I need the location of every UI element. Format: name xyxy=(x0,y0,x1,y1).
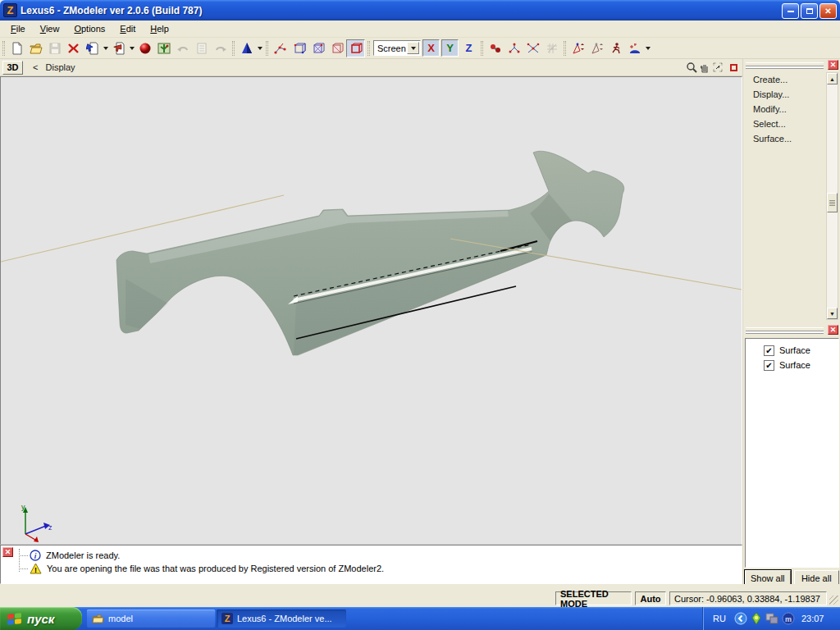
resize-grip[interactable] xyxy=(829,596,838,605)
zoom-tool-button[interactable] xyxy=(685,61,698,74)
log-close-button[interactable]: ✕ xyxy=(2,547,13,557)
auto-mode-button[interactable]: Auto xyxy=(635,591,666,605)
tray-app-icon[interactable] xyxy=(751,612,762,625)
menu-file[interactable]: File xyxy=(3,21,33,36)
app-logo-icon[interactable]: Z xyxy=(3,3,17,17)
hide-icons-chevron-icon[interactable] xyxy=(734,612,747,625)
messenger-tray-icon[interactable]: m xyxy=(782,612,795,625)
minimize-button[interactable] xyxy=(782,3,799,19)
polygons-mode-button[interactable] xyxy=(327,39,346,57)
snap-increase-button[interactable] xyxy=(568,39,587,57)
delete-button[interactable] xyxy=(64,39,83,57)
pose-mode-button[interactable] xyxy=(625,39,644,57)
command-display[interactable]: Display... xyxy=(745,87,827,102)
z-axis-toggle[interactable]: Z xyxy=(460,39,477,57)
redo-button[interactable] xyxy=(211,39,230,57)
new-file-button[interactable] xyxy=(7,39,26,57)
plugins-icon xyxy=(158,42,171,55)
scene-panel-close-button[interactable]: ✕ xyxy=(828,325,838,335)
visibility-checkbox[interactable]: ✔ xyxy=(764,360,774,371)
start-button[interactable]: пуск xyxy=(0,607,82,630)
objects-mode-button[interactable] xyxy=(346,39,365,57)
edges-mode-button[interactable] xyxy=(290,39,308,57)
menu-options[interactable]: Options xyxy=(66,21,112,36)
close-button[interactable]: ✕ xyxy=(819,3,837,19)
chevron-down-icon xyxy=(411,47,416,50)
commands-panel-header[interactable]: ✕ xyxy=(743,59,840,71)
animation-button[interactable] xyxy=(606,39,625,57)
commands-scrollbar[interactable]: ▲ ▼ xyxy=(826,72,838,320)
pose-dropdown-caret[interactable] xyxy=(644,39,651,57)
minimize-icon xyxy=(788,10,794,12)
toolbar-grip[interactable] xyxy=(232,41,235,56)
vertices-mode-button[interactable] xyxy=(271,39,290,57)
viewport-3d[interactable]: y z x xyxy=(0,76,742,545)
commands-panel-close-button[interactable]: ✕ xyxy=(828,60,838,70)
scene-node-row[interactable]: ✔ Surface xyxy=(746,343,838,358)
maximize-view-button[interactable] xyxy=(727,61,740,74)
menu-edit[interactable]: Edit xyxy=(112,21,143,36)
faces-mode-button[interactable] xyxy=(308,39,327,57)
toolbar-grip[interactable] xyxy=(481,41,483,56)
import-dropdown-caret[interactable] xyxy=(102,39,109,57)
axis-gizmo: y z x xyxy=(21,503,52,544)
taskbar-clock[interactable]: 23:07 xyxy=(801,614,824,623)
material-editor-button[interactable] xyxy=(135,39,154,57)
toolbar-grip[interactable] xyxy=(368,41,370,56)
display-settings-icon[interactable] xyxy=(765,613,778,624)
intersect-vertex-button[interactable] xyxy=(523,39,542,57)
breadcrumb[interactable]: Display xyxy=(46,62,75,72)
toolbar-grip[interactable] xyxy=(2,41,5,56)
scene-panel-header[interactable]: ✕ xyxy=(743,322,840,333)
title-bar[interactable]: Z Lexus6 - ZModeler ver 2.0.6 (Build 787… xyxy=(0,0,840,21)
scene-node-label[interactable]: Surface xyxy=(779,360,810,370)
undo-button[interactable] xyxy=(173,39,192,57)
command-select[interactable]: Select... xyxy=(745,116,827,131)
grid-snap-button[interactable] xyxy=(542,39,561,57)
history-button[interactable] xyxy=(192,39,211,57)
restore-button[interactable] xyxy=(801,3,818,19)
log-message: You are opening the file was that was pr… xyxy=(47,564,384,573)
command-surface[interactable]: Surface... xyxy=(745,131,827,146)
edges-cube-icon xyxy=(293,42,306,55)
plugins-button[interactable] xyxy=(154,39,173,57)
export-dropdown-caret[interactable] xyxy=(128,39,135,57)
snap-decrease-button[interactable] xyxy=(587,39,606,57)
import-button[interactable] xyxy=(83,39,102,57)
x-axis-toggle[interactable]: X xyxy=(422,39,440,57)
language-indicator[interactable]: RU xyxy=(713,614,726,623)
breadcrumb-back[interactable]: < xyxy=(33,62,38,72)
pan-tool-button[interactable] xyxy=(698,61,711,74)
save-file-button[interactable] xyxy=(45,39,64,57)
rotate-view-button[interactable] xyxy=(711,61,724,74)
taskbar-task-model[interactable]: model xyxy=(87,609,215,628)
material-sphere-icon xyxy=(139,42,152,55)
extend-vertex-button[interactable] xyxy=(504,39,523,57)
y-axis-toggle[interactable]: Y xyxy=(441,39,459,57)
orientation-select[interactable]: Screen xyxy=(373,40,421,56)
menu-help[interactable]: Help xyxy=(143,21,176,36)
export-button[interactable] xyxy=(109,39,128,57)
open-file-button[interactable] xyxy=(26,39,45,57)
panel-grip[interactable] xyxy=(746,62,824,66)
create-primitive-button[interactable] xyxy=(237,39,256,57)
taskbar-task-zmodeler[interactable]: Z Lexus6 - ZModeler ve... xyxy=(217,609,346,628)
scene-node-row[interactable]: ✔ Surface xyxy=(746,358,838,372)
scroll-down-arrow[interactable]: ▼ xyxy=(827,308,838,319)
visibility-checkbox[interactable]: ✔ xyxy=(764,345,774,356)
weld-vertices-button[interactable] xyxy=(486,39,504,57)
scrollbar-thumb[interactable] xyxy=(827,193,838,212)
orientation-value: Screen xyxy=(377,43,406,53)
scroll-up-arrow[interactable]: ▲ xyxy=(827,73,838,84)
view-mode-button[interactable]: 3D xyxy=(2,61,23,75)
toolbar-grip[interactable] xyxy=(564,41,566,56)
command-create[interactable]: Create... xyxy=(745,72,827,87)
panel-grip[interactable] xyxy=(746,327,824,331)
command-modify[interactable]: Modify... xyxy=(745,102,827,116)
scene-node-label[interactable]: Surface xyxy=(779,345,810,355)
toolbar-grip[interactable] xyxy=(266,41,268,56)
combo-dropdown-button[interactable] xyxy=(407,42,419,54)
log-tree-line xyxy=(19,549,20,572)
primitive-dropdown-caret[interactable] xyxy=(256,39,263,57)
menu-view[interactable]: View xyxy=(33,21,67,36)
